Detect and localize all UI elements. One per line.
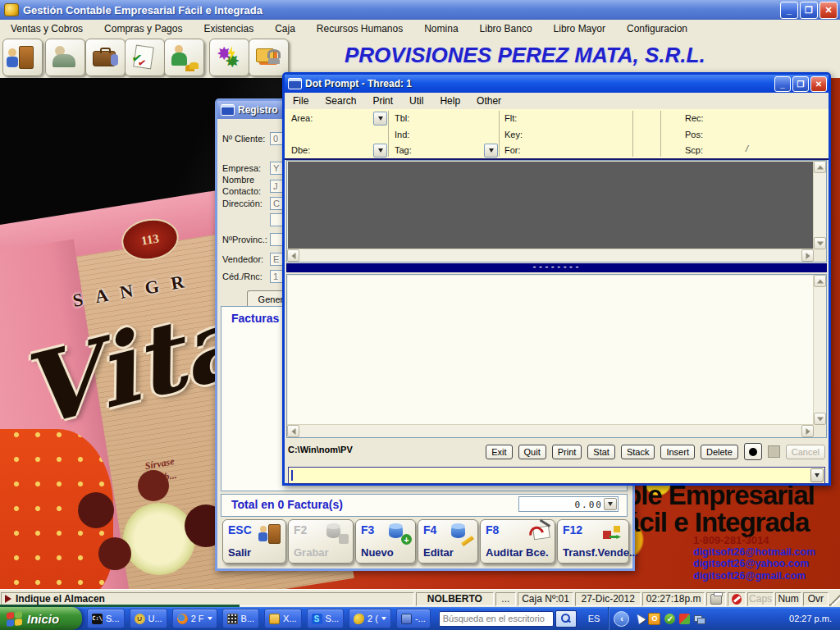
- language-indicator[interactable]: ES: [588, 614, 600, 623]
- total-label: Total en 0 Factura(s): [231, 498, 343, 511]
- clients-toolbar-button[interactable]: [45, 39, 85, 76]
- menu-existencias[interactable]: Existencias: [193, 23, 264, 34]
- task-button-yellow-group[interactable]: 2 (: [349, 609, 391, 628]
- menu-search[interactable]: Search: [317, 95, 364, 107]
- exit-toolbar-button[interactable]: [2, 39, 43, 76]
- scroll-left-icon[interactable]: [287, 249, 299, 262]
- dbe-dropdown[interactable]: [373, 144, 387, 158]
- blackberry-icon: [227, 614, 238, 624]
- tools-toolbar-button[interactable]: [209, 39, 249, 76]
- maximize-button[interactable]: ❐: [792, 76, 809, 92]
- menu-recursos-humanos[interactable]: Recursos Humanos: [306, 23, 413, 34]
- app-title: Gestión Contable Empresarial Fácil e Int…: [23, 4, 262, 16]
- salir-button[interactable]: ESC Salir: [222, 519, 286, 564]
- security-toolbar-button[interactable]: [249, 39, 289, 76]
- horizontal-scrollbar[interactable]: [287, 249, 814, 262]
- task-button-cmd[interactable]: C:\ S...: [87, 609, 125, 628]
- editar-button[interactable]: F4 Editar: [418, 519, 478, 564]
- scroll-right-icon[interactable]: [801, 249, 814, 262]
- portfolio-toolbar-button[interactable]: [85, 39, 126, 76]
- scroll-down-icon[interactable]: [814, 413, 826, 425]
- menu-ventas-y-cobros[interactable]: Ventas y Cobros: [0, 23, 94, 34]
- menu-caja[interactable]: Caja: [264, 23, 306, 34]
- exit-button[interactable]: Exit: [486, 445, 512, 459]
- area-dropdown[interactable]: [373, 112, 387, 126]
- task-button-blackberry[interactable]: B...: [222, 609, 260, 628]
- tag-dropdown[interactable]: [484, 144, 498, 158]
- minimize-button[interactable]: _: [774, 76, 791, 92]
- close-button[interactable]: ✕: [819, 2, 838, 19]
- scroll-right-icon[interactable]: [801, 425, 814, 437]
- dbe-label: Dbe:: [291, 145, 310, 155]
- restore-button[interactable]: ❐: [800, 2, 818, 19]
- vertical-scrollbar[interactable]: [813, 161, 826, 249]
- network-tray-icon[interactable]: [694, 614, 705, 624]
- menu-help[interactable]: Help: [431, 95, 468, 107]
- chevron-down-icon[interactable]: [810, 468, 824, 482]
- menu-util[interactable]: Util: [401, 95, 431, 107]
- update-check-tray-icon[interactable]: ✓: [664, 614, 675, 624]
- menu-print[interactable]: Print: [364, 95, 401, 107]
- app-icon: [4, 3, 19, 16]
- grape-art: [78, 492, 114, 528]
- scroll-up-icon[interactable]: [814, 275, 826, 287]
- menu-nomina[interactable]: Nomina: [413, 23, 468, 34]
- menu-compras-y-pagos[interactable]: Compras y Pagos: [94, 23, 193, 34]
- menu-file[interactable]: File: [285, 95, 317, 107]
- minimize-button[interactable]: _: [780, 2, 798, 19]
- menu-libro-banco[interactable]: Libro Banco: [469, 23, 543, 34]
- task-label: X...: [283, 614, 297, 623]
- clients-icon: [52, 44, 78, 69]
- pane-splitter[interactable]: --------: [286, 263, 827, 272]
- task-button-ue[interactable]: U U...: [130, 609, 167, 628]
- rec-label: Rec:: [685, 113, 704, 123]
- dot-prompt-field-panel: Area: Tbl: Ind: Dbe: Tag: Flt: Key: For:…: [285, 109, 829, 160]
- task-button-firefox-group[interactable]: 2 F: [172, 609, 217, 628]
- blocked-cell[interactable]: [728, 592, 746, 606]
- total-row: Total en 0 Factura(s) 0.00: [221, 494, 628, 517]
- history-area[interactable]: [288, 276, 813, 424]
- insert-button[interactable]: Insert: [660, 445, 695, 459]
- chevron-down-icon[interactable]: [604, 498, 617, 510]
- stat-button[interactable]: Stat: [587, 445, 615, 459]
- menu-configuracion[interactable]: Configuracion: [616, 23, 698, 34]
- task-button-skype[interactable]: S S...: [307, 609, 345, 628]
- search-icon[interactable]: [555, 610, 577, 628]
- task-button-folder[interactable]: X...: [264, 609, 302, 628]
- cashier-toolbar-button[interactable]: [164, 39, 204, 76]
- menu-other[interactable]: Other: [468, 95, 509, 107]
- stack-button[interactable]: Stack: [621, 445, 655, 459]
- delete-button[interactable]: Delete: [701, 445, 738, 459]
- auditar-button[interactable]: F8 Auditar Bce.: [480, 519, 555, 564]
- print-button[interactable]: Print: [552, 445, 582, 459]
- horizontal-scrollbar[interactable]: [287, 424, 814, 437]
- total-amount-field[interactable]: 0.00: [518, 496, 619, 512]
- record-button[interactable]: [744, 443, 762, 460]
- close-icon[interactable]: ✕: [810, 76, 827, 92]
- search-input[interactable]: [439, 611, 554, 627]
- wallpaper-emails: digitsoft26@hotmail.com digitsoft26@yaho…: [693, 546, 815, 582]
- coin-tray-icon[interactable]: O: [648, 613, 660, 625]
- vertical-scrollbar[interactable]: [813, 275, 826, 425]
- hide-icons-chevron[interactable]: ‹: [614, 611, 629, 627]
- resize-grip[interactable]: [829, 592, 840, 606]
- printer-cell[interactable]: [706, 592, 726, 606]
- scroll-down-icon[interactable]: [814, 237, 826, 249]
- antivirus-tray-icon[interactable]: [679, 614, 690, 624]
- command-input[interactable]: [288, 467, 825, 484]
- no-entry-icon: [732, 594, 742, 605]
- s-app-icon: S: [312, 614, 322, 624]
- scroll-up-icon[interactable]: [814, 161, 826, 173]
- cursor-tray-icon[interactable]: [633, 614, 644, 624]
- transferir-button[interactable]: F12 Transf.Vende...: [557, 519, 629, 564]
- scroll-left-icon[interactable]: [287, 425, 299, 437]
- quit-button[interactable]: Quit: [518, 445, 546, 459]
- dot-prompt-title-bar[interactable]: Dot Prompt - Thread: 1 _ ❐ ✕: [285, 75, 829, 93]
- grabar-label: Grabar: [294, 546, 329, 559]
- menu-libro-mayor[interactable]: Libro Mayor: [543, 23, 616, 34]
- nuevo-button[interactable]: F3 Nuevo +: [355, 519, 416, 564]
- checklist-toolbar-button[interactable]: [125, 39, 165, 76]
- start-button[interactable]: Inicio: [0, 607, 82, 630]
- output-area[interactable]: [288, 162, 813, 249]
- task-button-monitor[interactable]: -...: [396, 609, 431, 628]
